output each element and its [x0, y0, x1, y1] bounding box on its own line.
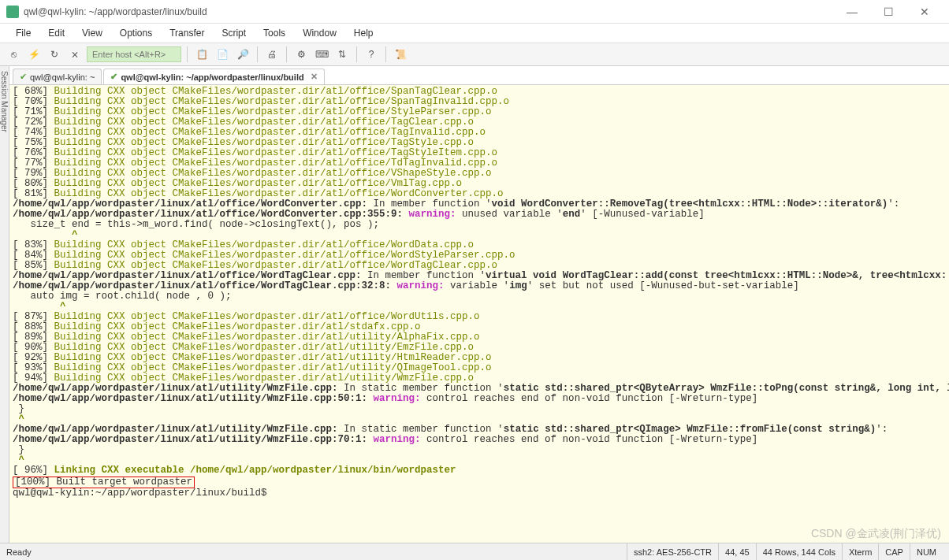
menu-view[interactable]: View: [74, 25, 110, 41]
minimize-button[interactable]: —: [834, 0, 870, 24]
paste-icon[interactable]: 📄: [214, 46, 231, 63]
settings-icon[interactable]: ⚙: [292, 46, 310, 63]
tab-label: qwl@qwl-kylin: ~: [30, 72, 95, 82]
menu-edit[interactable]: Edit: [40, 25, 73, 41]
check-icon: ✔: [110, 72, 117, 82]
menu-bar: File Edit View Options Transfer Script T…: [0, 24, 949, 43]
tab-session-2[interactable]: ✔ qwl@qwl-kylin: ~/app/wordpaster/linux/…: [103, 69, 324, 84]
close-button[interactable]: ✕: [906, 0, 943, 24]
terminal-output[interactable]: [ 68%] Building CXX object CMakeFiles/wo…: [9, 85, 949, 543]
menu-tools[interactable]: Tools: [255, 25, 293, 41]
status-ssh: ssh2: AES-256-CTR: [627, 543, 718, 560]
menu-options[interactable]: Options: [112, 25, 160, 41]
script-icon[interactable]: 📜: [392, 46, 409, 63]
tab-close-icon[interactable]: ✕: [311, 72, 318, 82]
status-size: 44 Rows, 144 Cols: [756, 543, 842, 560]
tab-label: qwl@qwl-kylin: ~/app/wordpaster/linux/bu…: [121, 72, 303, 82]
quick-connect-icon[interactable]: ⚡: [25, 46, 43, 63]
menu-transfer[interactable]: Transfer: [162, 25, 212, 41]
toolbar: ⎋ ⚡ ↻ ⨯ Enter host <Alt+R> 📋 📄 🔎 🖨 ⚙ ⌨ ⇅…: [0, 43, 949, 66]
copy-icon[interactable]: 📋: [193, 46, 210, 63]
transfer-icon[interactable]: ⇅: [333, 46, 351, 63]
keymap-icon[interactable]: ⌨: [313, 46, 330, 63]
separator: [257, 46, 258, 62]
status-xterm: Xterm: [842, 543, 878, 560]
host-input[interactable]: Enter host <Alt+R>: [87, 46, 181, 62]
tab-bar: ✔ qwl@qwl-kylin: ~ ✔ qwl@qwl-kylin: ~/ap…: [9, 66, 949, 85]
print-icon[interactable]: 🖨: [263, 46, 281, 63]
session-icon[interactable]: ⎋: [5, 46, 22, 63]
maximize-button[interactable]: ☐: [870, 0, 906, 24]
menu-file[interactable]: File: [8, 25, 39, 41]
status-ready: Ready: [6, 547, 32, 557]
separator: [356, 46, 357, 62]
help-icon[interactable]: ?: [363, 46, 380, 63]
separator: [187, 46, 188, 62]
title-bar: qwl@qwl-kylin: ~/app/wordpaster/linux/bu…: [0, 0, 949, 24]
status-num: NUM: [910, 543, 943, 560]
app-icon: [6, 6, 19, 18]
session-manager-sidebar[interactable]: Session Manager: [0, 66, 9, 543]
separator: [286, 46, 287, 62]
check-icon: ✔: [20, 72, 27, 82]
svg-rect-0: [6, 6, 19, 18]
status-cursor: 44, 45: [718, 543, 756, 560]
menu-window[interactable]: Window: [295, 25, 344, 41]
disconnect-icon[interactable]: ⨯: [66, 46, 84, 63]
status-bar: Ready ssh2: AES-256-CTR 44, 45 44 Rows, …: [0, 543, 949, 560]
menu-script[interactable]: Script: [214, 25, 254, 41]
find-icon[interactable]: 🔎: [234, 46, 251, 63]
status-caps: CAP: [878, 543, 910, 560]
separator: [385, 46, 386, 62]
tab-session-1[interactable]: ✔ qwl@qwl-kylin: ~: [13, 69, 102, 84]
reconnect-icon[interactable]: ↻: [46, 46, 63, 63]
window-title: qwl@qwl-kylin: ~/app/wordpaster/linux/bu…: [24, 6, 834, 17]
menu-help[interactable]: Help: [346, 25, 381, 41]
